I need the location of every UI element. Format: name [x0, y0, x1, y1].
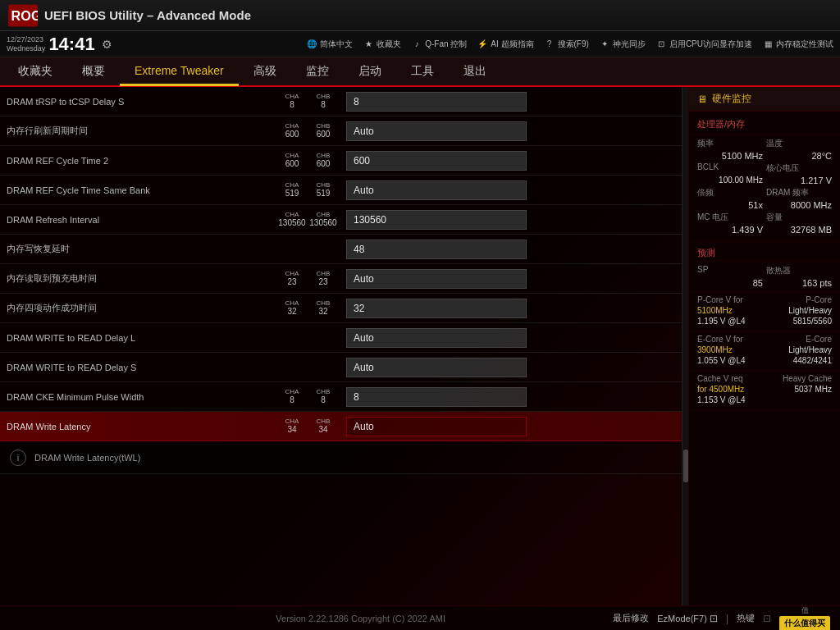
sidebar-title: 🖥 硬件监控: [689, 87, 840, 112]
channel-b-badge: CHB 8: [308, 93, 338, 111]
last-mod-btn[interactable]: 最后修改: [613, 612, 649, 624]
mult-value: 51x: [697, 200, 763, 210]
sep1: |: [726, 613, 728, 624]
param-row[interactable]: DRAM WRITE to READ Delay L: [0, 323, 682, 353]
fan-icon: ♪: [411, 39, 422, 50]
toolbar-cpu-access[interactable]: ⊡ 启用CPU访问显存加速: [655, 39, 752, 50]
param-value-input[interactable]: [346, 387, 527, 407]
param-value-box[interactable]: [346, 358, 675, 377]
param-value-input[interactable]: [346, 269, 527, 289]
nav-boot[interactable]: 启动: [344, 57, 396, 86]
ecore-v-label: E-Core V for: [697, 335, 743, 344]
nav-monitor[interactable]: 监控: [291, 57, 344, 86]
scrollbar-track[interactable]: [682, 87, 688, 605]
footer-version: Version 2.22.1286 Copyright (C) 2022 AMI: [108, 614, 613, 623]
param-row[interactable]: 内存行刷新周期时间 CHA 600 CHB 600: [0, 116, 682, 146]
brand-prefix: 值: [801, 605, 809, 616]
freq-label: 频率: [697, 138, 763, 149]
param-value-input[interactable]: [346, 92, 527, 112]
toolbar-ai[interactable]: ⚡ AI 超频指南: [477, 39, 533, 50]
param-name: 内存写恢复延时: [7, 243, 277, 255]
param-name: DRAM WRITE to READ Delay S: [7, 363, 277, 372]
param-value-input[interactable]: [346, 299, 527, 318]
hardware-monitor-sidebar: 🖥 硬件监控 处理器/内存 频率 温度 5100 MHz 28°C BCLK 核…: [688, 87, 840, 605]
nav-tools[interactable]: 工具: [396, 57, 449, 86]
hotkey-btn[interactable]: 热键: [737, 612, 755, 624]
mc-v-label: MC 电压: [697, 212, 763, 223]
toolbar-search[interactable]: ? 搜索(F9): [544, 39, 589, 50]
heat-label: 散热器: [766, 265, 832, 276]
channel-b-badge: CHB 600: [308, 122, 338, 140]
param-value-box[interactable]: [346, 210, 675, 230]
param-row[interactable]: DRAM REF Cycle Time 2 CHA 600 CHB 600: [0, 146, 682, 176]
param-row[interactable]: DRAM CKE Minimum Pulse Width CHA 8 CHB 8: [0, 382, 682, 412]
toolbar-left: 12/27/2023 Wednesday 14:41 ⚙: [7, 34, 112, 55]
param-value-box[interactable]: [346, 387, 675, 407]
param-value-box[interactable]: [346, 269, 675, 289]
toolbar-aura[interactable]: ✦ 神光同步: [599, 39, 646, 50]
core-v-label: 核心电压: [766, 162, 832, 174]
param-value-input[interactable]: [346, 180, 527, 200]
cache-v-label: Cache V req: [697, 374, 743, 383]
ez-mode-btn[interactable]: EzMode(F7) ⊡: [657, 613, 718, 624]
param-value-input[interactable]: [346, 121, 527, 141]
param-row[interactable]: DRAM tRSP to tCSP Delay S CHA 8 CHB 8: [0, 87, 682, 116]
param-value-box[interactable]: [346, 92, 675, 112]
param-row[interactable]: DRAM WRITE to READ Delay S: [0, 353, 682, 382]
param-value-box[interactable]: [346, 180, 675, 200]
param-value-box[interactable]: [346, 121, 675, 141]
toolbar-favorites[interactable]: ★ 收藏夹: [363, 39, 401, 50]
param-row[interactable]: 内存写恢复延时: [0, 235, 682, 264]
param-value-input[interactable]: [346, 417, 527, 436]
star-icon: ★: [363, 39, 374, 50]
param-value-box[interactable]: [346, 151, 675, 171]
param-value-box[interactable]: [346, 240, 675, 259]
param-value-box[interactable]: [346, 299, 675, 318]
param-name: DRAM REF Cycle Time 2: [7, 156, 277, 166]
ecore-v-value: 1.055 V @L4: [697, 356, 746, 365]
time-display: 14:41: [48, 34, 94, 55]
ecore-range-val: 4482/4241: [793, 356, 832, 365]
nav-favorites[interactable]: 收藏夹: [3, 57, 67, 86]
param-value-input[interactable]: [346, 328, 527, 348]
rog-logo: ROG: [8, 4, 38, 27]
nav-overview[interactable]: 概要: [67, 57, 120, 86]
param-name: 内存读取到预充电时间: [7, 272, 277, 285]
param-value-input[interactable]: [346, 151, 527, 171]
param-row[interactable]: 内存读取到预充电时间 CHA 23 CHB 23: [0, 264, 682, 294]
param-value-box[interactable]: [346, 328, 675, 348]
footer-bar: Version 2.22.1286 Copyright (C) 2022 AMI…: [0, 605, 840, 630]
param-row[interactable]: DRAM REF Cycle Time Same Bank CHA 519 CH…: [0, 176, 682, 205]
header-bar: ROG UEFI BIOS Utility – Advanced Mode: [0, 0, 840, 31]
param-name: 内存行刷新周期时间: [7, 125, 277, 137]
param-name: DRAM CKE Minimum Pulse Width: [7, 392, 277, 402]
param-row[interactable]: DRAM Write Latency CHA 34 CHB 34: [0, 412, 682, 441]
param-value-input[interactable]: [346, 210, 527, 230]
param-value-box[interactable]: [346, 417, 675, 436]
channel-b-badge: CHB 23: [308, 270, 338, 288]
pcore-range-label: P-Core: [806, 295, 832, 304]
toolbar-mem-test[interactable]: ▦ 内存稳定性测试: [762, 39, 833, 50]
channel-b-badge: CHB 519: [308, 181, 338, 199]
toolbar-items: 🌐 简体中文 ★ 收藏夹 ♪ Q-Fan 控制 ⚡ AI 超频指南 ? 搜索(F…: [306, 39, 833, 50]
brand-badge: 值 什么值得买: [779, 605, 830, 630]
monitor-icon: 🖥: [697, 94, 707, 105]
param-value-input[interactable]: [346, 240, 527, 259]
toolbar-language[interactable]: 🌐 简体中文: [306, 39, 353, 50]
nav-exit[interactable]: 退出: [449, 57, 501, 86]
heavy-cache-val: 5037 MHz: [794, 385, 832, 394]
section-predict: 预测: [689, 242, 840, 262]
nav-advanced[interactable]: 高级: [239, 57, 291, 86]
channel-b-badge: CHB 600: [308, 152, 338, 170]
footer-right: 最后修改 EzMode(F7) ⊡ | 热键 ⊡ 值 什么值得买: [613, 605, 830, 630]
param-row[interactable]: 内存四项动作成功时间 CHA 32 CHB 32: [0, 294, 682, 323]
scrollbar-thumb[interactable]: [683, 450, 688, 482]
param-value-input[interactable]: [346, 358, 527, 377]
toolbar-qfan[interactable]: ♪ Q-Fan 控制: [411, 39, 467, 50]
channel-a-badge: CHA 130560: [277, 211, 307, 229]
pcore-range-val: 5815/5560: [793, 317, 832, 326]
nav-extreme-tweaker[interactable]: Extreme Tweaker: [120, 57, 239, 86]
param-row[interactable]: DRAM Refresh Interval CHA 130560 CHB 130…: [0, 205, 682, 235]
gear-icon[interactable]: ⚙: [102, 38, 112, 51]
mem-test-label: 内存稳定性测试: [776, 39, 833, 50]
